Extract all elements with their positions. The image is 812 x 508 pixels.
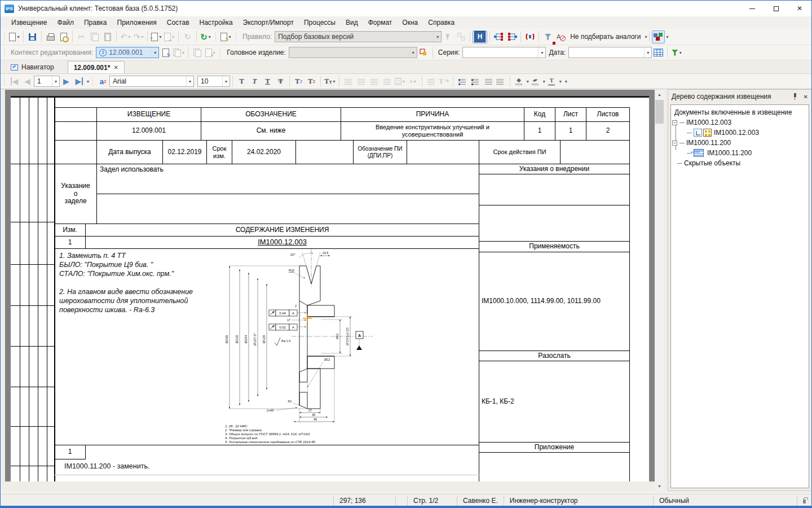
- bullet-list-button[interactable]: [469, 75, 482, 88]
- menu-item[interactable]: Окна: [397, 17, 423, 28]
- scrollbar-thumb[interactable]: [655, 100, 664, 124]
- print-button[interactable]: [44, 30, 57, 43]
- context-combobox[interactable]: ! 12.009.001 ▾: [96, 47, 159, 58]
- decrease-indent-button[interactable]: [482, 75, 495, 88]
- structure-view-button[interactable]: [652, 30, 665, 43]
- toolbar-grip[interactable]: [3, 76, 6, 86]
- snap-crosshair[interactable]: [303, 314, 312, 323]
- chevron-down-icon[interactable]: ▾: [87, 79, 89, 84]
- menu-item[interactable]: Процессы: [299, 17, 341, 28]
- new-document-button[interactable]: ▾: [8, 30, 21, 43]
- table-view-button[interactable]: [652, 46, 665, 59]
- collapse-icon[interactable]: −: [672, 141, 677, 146]
- zadel-empty[interactable]: [96, 194, 479, 224]
- font-dialog-button[interactable]: a2: [96, 75, 109, 88]
- menu-item[interactable]: Вид: [341, 17, 363, 28]
- document-view[interactable]: ИЗВЕЩЕНИЕ ОБОЗНАЧЕНИЕ ПРИЧИНА Код Лист Л…: [5, 90, 655, 481]
- value-reason[interactable]: Введение конструктивных улучшений и усов…: [341, 121, 524, 141]
- value-notice[interactable]: 12.009.001: [96, 121, 201, 141]
- menu-item[interactable]: Формат: [363, 17, 398, 28]
- chevron-down-icon[interactable]: ▾: [679, 50, 682, 55]
- maximize-button[interactable]: [764, 1, 788, 16]
- tab-document[interactable]: 12.009.001* ✕: [68, 61, 125, 73]
- menu-item[interactable]: Правка: [79, 17, 112, 28]
- h-mode-button[interactable]: H: [473, 30, 487, 43]
- panel-close-icon[interactable]: ✕: [804, 94, 808, 100]
- numbered-list-button[interactable]: [456, 75, 469, 88]
- value-code[interactable]: 1: [524, 121, 555, 141]
- toolbar-grip[interactable]: [3, 47, 6, 58]
- menu-item[interactable]: Состав: [162, 17, 195, 28]
- tree-child[interactable]: IM1000.11.200: [672, 148, 807, 158]
- chevron-down-icon[interactable]: ▾: [209, 34, 211, 40]
- value-sheets[interactable]: 2: [586, 121, 630, 141]
- last-page-button[interactable]: ▶: [73, 75, 86, 88]
- change2-text[interactable]: IM1000.11.200 - заменить.: [64, 462, 149, 470]
- chevron-down-icon[interactable]: ▾: [666, 34, 668, 40]
- strikethrough-button[interactable]: T: [274, 75, 287, 88]
- insert-object-button[interactable]: ←▾: [150, 30, 163, 43]
- pipe-view-button[interactable]: [523, 30, 536, 43]
- underline-button[interactable]: T: [261, 75, 274, 88]
- head-product-pick-button[interactable]: [417, 46, 430, 59]
- expand-tree-right-button[interactable]: [505, 30, 518, 43]
- chevron-down-icon[interactable]: ▾: [333, 79, 336, 84]
- print-preview-button[interactable]: [57, 30, 70, 43]
- toolbar-grip[interactable]: [219, 47, 222, 58]
- izm-value[interactable]: 1: [54, 236, 86, 249]
- filter-settings-button[interactable]: ▾: [670, 46, 683, 59]
- collapse-icon[interactable]: −: [672, 120, 677, 125]
- increase-indent-button[interactable]: [495, 75, 508, 88]
- superscript-button[interactable]: T2: [305, 75, 318, 88]
- toolbar-overflow-icon[interactable]: ▾: [565, 79, 567, 84]
- document-page[interactable]: ИЗВЕЩЕНИЕ ОБОЗНАЧЕНИЕ ПРИЧИНА Код Лист Л…: [11, 96, 649, 481]
- filter-button[interactable]: [541, 30, 554, 43]
- open-editor-button[interactable]: ✎▾: [219, 30, 232, 43]
- fill-color-button[interactable]: ◆: [513, 75, 526, 88]
- date-combobox[interactable]: ▾: [568, 47, 652, 58]
- vertical-scrollbar[interactable]: ▲ ▼: [655, 90, 664, 491]
- menu-item[interactable]: Файл: [52, 17, 79, 28]
- tree-child[interactable]: IM1000.12.003: [672, 128, 807, 138]
- italic-button[interactable]: T: [248, 75, 261, 88]
- sync-button[interactable]: ↻▾: [199, 30, 212, 43]
- toolbar-grip[interactable]: [3, 32, 6, 42]
- bold-button[interactable]: T: [235, 75, 248, 88]
- implementation-cell[interactable]: [479, 205, 630, 242]
- close-button[interactable]: ✕: [788, 1, 811, 16]
- toolbar-grip[interactable]: [92, 76, 94, 86]
- edit-context-button[interactable]: ✎: [159, 46, 172, 59]
- chevron-down-icon[interactable]: ▾: [52, 76, 59, 86]
- series-combobox[interactable]: ▾: [462, 47, 546, 58]
- tree-root[interactable]: Документы включенные в извещение: [672, 107, 807, 117]
- subscript-button[interactable]: T2: [292, 75, 305, 88]
- menu-item[interactable]: Извещение: [6, 17, 52, 28]
- scroll-up-icon[interactable]: ▲: [655, 90, 664, 99]
- chevron-down-icon[interactable]: ▾: [186, 76, 193, 86]
- term-value[interactable]: 24.02.2020: [232, 140, 296, 164]
- no-analogs-label[interactable]: Не подбирать аналоги: [570, 33, 641, 41]
- chevron-down-icon[interactable]: ▾: [644, 47, 651, 58]
- menu-item[interactable]: Справка: [423, 17, 460, 28]
- font-size-combobox[interactable]: 10 ▾: [197, 76, 230, 87]
- scroll-down-icon[interactable]: ▼: [655, 481, 664, 491]
- toolbar-grip[interactable]: [215, 32, 217, 42]
- expand-tree-left-button[interactable]: [492, 30, 505, 43]
- menu-item[interactable]: Настройка: [195, 17, 238, 28]
- distribute-value[interactable]: КБ-1, КБ-2: [479, 361, 630, 443]
- zadel-value[interactable]: Задел использовать: [96, 164, 479, 194]
- page-number-combobox[interactable]: 1 ▾: [34, 76, 60, 87]
- next-page-button[interactable]: ▶: [60, 75, 73, 88]
- tree-hidden-objects[interactable]: Скрытые объекты: [672, 158, 807, 168]
- change-text[interactable]: 1. Заменить п. 4 ТТ БЫЛО: "Покрытие Ц9 б…: [59, 251, 228, 314]
- attachment-cell[interactable]: [479, 452, 630, 481]
- chevron-down-icon[interactable]: ▾: [559, 79, 562, 84]
- change-case-button[interactable]: Tт▾: [323, 75, 337, 88]
- font-color-button[interactable]: T: [545, 75, 558, 88]
- change-doc-title[interactable]: IM1000.12.003: [85, 236, 479, 249]
- chevron-down-icon[interactable]: ▾: [538, 47, 545, 58]
- chevron-down-icon[interactable]: ▾: [645, 34, 647, 40]
- izm2-value[interactable]: 1: [54, 445, 86, 459]
- tree-node[interactable]: − IM1000.11.200: [672, 138, 807, 148]
- applicability-value[interactable]: IM1000.10.000, 1114.99.00, 1011.99.00: [479, 252, 630, 351]
